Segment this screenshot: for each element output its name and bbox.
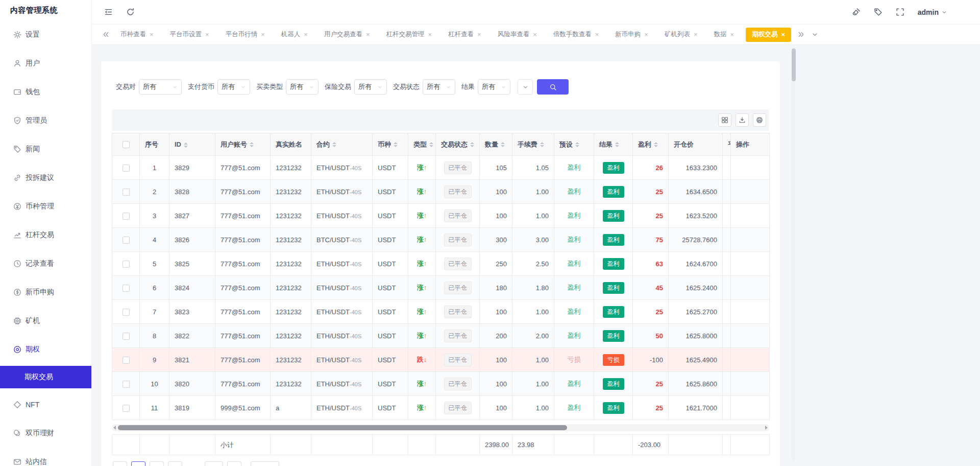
row-checkbox[interactable] <box>122 405 130 412</box>
sidebar-item-mail[interactable]: 站内信 <box>0 449 91 466</box>
tab-close-icon[interactable]: × <box>477 31 481 38</box>
export-button[interactable] <box>736 113 749 127</box>
tab-矿机列表[interactable]: 矿机列表× <box>660 28 702 42</box>
sort-icon[interactable] <box>332 142 336 147</box>
sort-icon[interactable] <box>429 142 433 147</box>
sidebar-item-dual-invest[interactable]: 双币理财 <box>0 420 91 447</box>
sidebar-item-users[interactable]: 用户 <box>0 50 91 77</box>
user-menu[interactable]: admin <box>918 8 947 16</box>
sort-icon[interactable] <box>394 142 398 147</box>
page-button-3[interactable]: 3 <box>168 461 182 466</box>
sort-icon[interactable] <box>470 142 474 147</box>
row-checkbox[interactable] <box>122 261 130 268</box>
sidebar-item-miner[interactable]: 矿机 <box>0 308 91 334</box>
sidebar-item-feedback[interactable]: 投拆建议 <box>0 165 91 191</box>
tab-close-icon[interactable]: × <box>304 31 308 38</box>
scroll-left-arrow-icon[interactable] <box>113 426 116 430</box>
sort-icon[interactable] <box>184 143 188 148</box>
sort-icon[interactable] <box>250 142 254 147</box>
row-checkbox[interactable] <box>122 381 130 388</box>
search-button[interactable] <box>537 79 569 95</box>
sidebar-subitem-options-trade[interactable]: 期权交易 <box>0 366 91 388</box>
sidebar-item-margin-trade[interactable]: 杠杆交易 <box>0 222 91 248</box>
tab-用户交易查看[interactable]: 用户交易查看× <box>320 28 375 42</box>
tab-close-icon[interactable]: × <box>261 31 265 38</box>
sort-icon[interactable] <box>501 142 505 147</box>
tab-平台币行情[interactable]: 平台币行情× <box>221 28 270 42</box>
tab-close-icon[interactable]: × <box>644 31 648 38</box>
tab-平台币设置[interactable]: 平台币设置× <box>165 28 214 42</box>
horizontal-scrollbar-thumb[interactable] <box>118 425 567 430</box>
tab-close-icon[interactable]: × <box>595 31 599 38</box>
tab-close-icon[interactable]: × <box>150 31 154 38</box>
tab-close-icon[interactable]: × <box>366 31 370 38</box>
col-header-profit[interactable]: 盈利 <box>633 133 669 156</box>
page-button-...[interactable]: ... <box>186 461 201 466</box>
sidebar-item-nft[interactable]: NFT <box>0 391 91 418</box>
vertical-scrollbar-thumb[interactable] <box>792 49 796 81</box>
tab-close-icon[interactable]: × <box>730 31 734 38</box>
filter-select-pair[interactable]: 所有 <box>139 79 182 95</box>
col-header-preset[interactable]: 预设 <box>554 133 594 156</box>
tab-倍数手数查看[interactable]: 倍数手数查看× <box>549 28 604 42</box>
tab-close-icon[interactable]: × <box>533 31 537 38</box>
row-checkbox[interactable] <box>122 189 130 196</box>
select-all-checkbox[interactable] <box>122 141 130 148</box>
page-jump-select[interactable]: 1 <box>251 461 279 466</box>
filter-select-insurance[interactable]: 所有 <box>354 79 387 95</box>
tab-机器人[interactable]: 机器人× <box>277 28 312 42</box>
filter-select-result[interactable]: 所有 <box>478 79 510 95</box>
col-header-id[interactable]: ID <box>169 133 215 156</box>
sidebar-item-settings[interactable]: 设置 <box>0 21 91 48</box>
sort-icon[interactable] <box>540 142 544 147</box>
tab-期权交易[interactable]: 期权交易× <box>746 28 791 42</box>
horizontal-scrollbar[interactable] <box>112 424 769 431</box>
sidebar-item-wallet[interactable]: 钱包 <box>0 79 91 105</box>
print-button[interactable] <box>753 113 766 127</box>
tab-风险率查看[interactable]: 风险率查看× <box>493 28 542 42</box>
expand-filters-button[interactable] <box>518 79 533 95</box>
columns-setting-button[interactable] <box>718 113 731 127</box>
sidebar-item-coin-manage[interactable]: 币种管理 <box>0 193 91 220</box>
tab-杠杆交易管理[interactable]: 杠杆交易管理× <box>381 28 436 42</box>
col-header-coin[interactable]: 币种 <box>373 133 408 156</box>
row-checkbox[interactable] <box>122 285 130 292</box>
sort-icon[interactable] <box>654 142 658 147</box>
tab-杠杆查看[interactable]: 杠杆查看× <box>444 28 486 42</box>
page-prev-button[interactable]: ‹ <box>113 461 127 466</box>
col-header-status[interactable]: 交易状态 <box>436 133 480 156</box>
tab-数据[interactable]: 数据× <box>709 28 739 42</box>
scroll-right-arrow-icon[interactable] <box>765 426 768 430</box>
tabs-scroll-right-icon[interactable] <box>797 31 805 38</box>
page-button-2[interactable]: 2 <box>150 461 164 466</box>
vertical-scrollbar[interactable] <box>792 47 796 461</box>
tag-icon[interactable] <box>874 8 883 16</box>
row-checkbox[interactable] <box>122 357 130 364</box>
row-checkbox[interactable] <box>122 309 130 316</box>
tab-close-icon[interactable]: × <box>781 31 785 38</box>
sort-icon[interactable] <box>575 142 579 147</box>
fullscreen-icon[interactable] <box>896 8 904 16</box>
tab-close-icon[interactable]: × <box>428 31 432 38</box>
refresh-icon[interactable] <box>126 8 135 16</box>
page-next-button[interactable]: › <box>227 461 241 466</box>
filter-select-trade-status[interactable]: 所有 <box>423 79 455 95</box>
row-checkbox[interactable] <box>122 333 130 340</box>
tabs-more-icon[interactable] <box>811 31 819 38</box>
clear-cache-icon[interactable] <box>852 8 861 16</box>
page-button-100[interactable]: 100 <box>205 461 223 466</box>
sidebar-item-admins[interactable]: 管理员 <box>0 107 91 134</box>
collapse-menu-icon[interactable] <box>104 8 113 16</box>
tab-close-icon[interactable]: × <box>205 31 209 38</box>
tabs-scroll-left-icon[interactable] <box>102 31 110 38</box>
sidebar-item-records[interactable]: 记录查看 <box>0 250 91 277</box>
sort-icon[interactable] <box>615 142 619 147</box>
filter-select-pay-currency[interactable]: 所有 <box>217 79 250 95</box>
col-header-result[interactable]: 结果 <box>594 133 633 156</box>
row-checkbox[interactable] <box>122 213 130 220</box>
sidebar-item-news[interactable]: 新闻 <box>0 136 91 162</box>
tab-新币申购[interactable]: 新币申购× <box>610 28 653 42</box>
col-header-account[interactable]: 用户账号 <box>215 133 271 156</box>
col-header-fee[interactable]: 手续费 <box>512 133 554 156</box>
col-header-type[interactable]: 类型 <box>408 133 436 156</box>
